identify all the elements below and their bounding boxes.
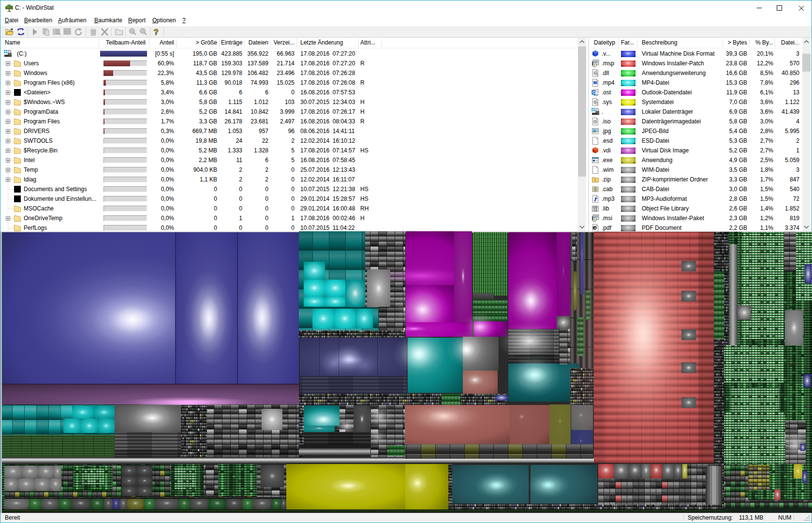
svg-text:?: ? [154,28,159,36]
svg-text:C:\: C:\ [65,30,69,33]
svg-text:A: A [594,226,597,230]
svg-text:O: O [592,90,596,95]
